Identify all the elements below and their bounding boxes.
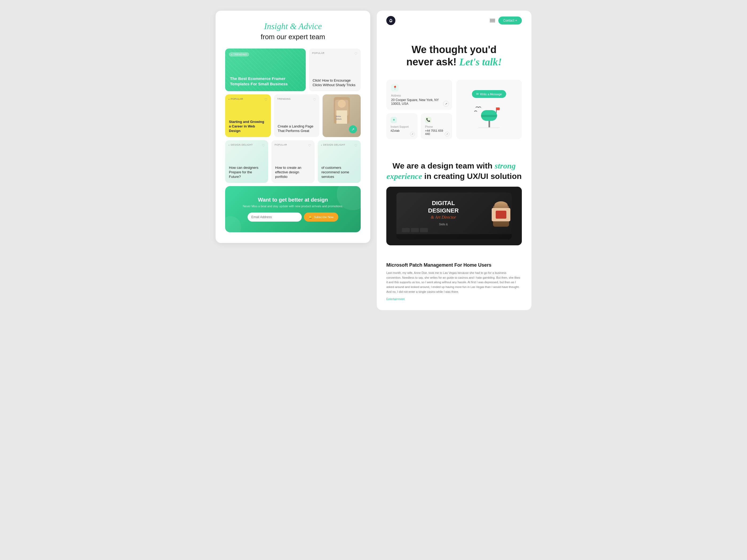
svg-text:Eilish: Eilish: [336, 118, 341, 120]
heart-icon-4[interactable]: ♡: [262, 143, 265, 148]
card-yellow-badge: POPULAR: [228, 98, 243, 100]
stat-bar-2: [411, 228, 419, 232]
contact-button[interactable]: Contact +: [498, 17, 522, 25]
svg-rect-9: [481, 115, 497, 117]
contact-section: 📍 Address 20 Cooper Square, New York, NY…: [377, 80, 532, 150]
card-yellow-title: Starting and Growing a Career in Web Des…: [229, 120, 267, 133]
card-top-right-title: Click! How to Encourage Clicks Without S…: [313, 78, 357, 87]
stat-bar-1: [402, 228, 410, 232]
mailbox-card: ✉ Write a Message: [457, 80, 522, 139]
stat-bar-3: [420, 228, 428, 232]
sub-title: from our expert team: [225, 33, 361, 41]
hamburger-line-1: [490, 19, 495, 20]
left-panel: Insight & Advice from our expert team TR…: [215, 11, 370, 243]
card-bottom-mid-title: How to create an effective design portfo…: [275, 166, 311, 179]
laptop-title-2: DESIGNER: [402, 208, 485, 214]
svg-point-6: [390, 20, 392, 21]
address-value: 20 Cooper Square, New York, NY 10003, US…: [391, 98, 447, 106]
subscribe-button[interactable]: 🔔 Subscribe Now: [304, 213, 338, 221]
logo-mark: [386, 16, 395, 25]
card-bottom-right-badge: DESIGN DELIGHT: [321, 143, 345, 146]
card-bottom-right-title: of customers recommend some services: [321, 166, 357, 179]
stats-area: [402, 228, 485, 232]
expand-btn-3[interactable]: ↗: [445, 132, 449, 136]
contact-info: 📍 Address 20 Cooper Square, New York, NY…: [386, 80, 452, 139]
row-3: DESIGN DELIGHT ♡ How can designers Prepa…: [225, 140, 361, 183]
hero-italic: Let's talk!: [459, 56, 502, 68]
cards-section: TRENDING The Best Ecommerce Framer Templ…: [225, 49, 361, 183]
dt-line1: We are a design team with: [392, 161, 492, 170]
row-2: POPULAR ♡ Starting and Growing a Career …: [225, 95, 361, 137]
laptop-screen-left: DIGITAL DESIGNER & Art Director Skills &: [396, 195, 490, 238]
expand-btn-1[interactable]: ↗: [443, 101, 449, 107]
heart-icon-5[interactable]: ♡: [308, 143, 311, 148]
card-bottom-left-badge: DESIGN DELIGHT: [228, 143, 253, 146]
write-message-btn[interactable]: ✉ Write a Message: [472, 90, 506, 98]
hamburger-line-3: [490, 22, 495, 22]
keyboard-area: [396, 234, 512, 239]
subscribe-label: Subscribe Now: [314, 215, 334, 219]
hero-line2: never ask!: [406, 56, 457, 68]
laptop-screen-right: [490, 205, 512, 227]
phone-value: +44 7551 659 440: [425, 129, 448, 135]
card-featured-badge: TRENDING: [229, 52, 249, 56]
dt-italic2: experience: [387, 172, 422, 181]
hamburger-line-2: [490, 20, 495, 21]
mailbox-illustration: [473, 102, 505, 129]
heart-icon-2[interactable]: ♡: [264, 98, 267, 102]
cta-heading: Want to get better at design: [235, 197, 351, 203]
card-bottom-mid-badge: POPULAR: [275, 143, 287, 146]
card-yellow[interactable]: POPULAR ♡ Starting and Growing a Career …: [225, 95, 271, 137]
laptop-sub: Skills &: [402, 223, 485, 226]
phone-card: 📞 Phone +44 7551 659 440 ↗: [421, 113, 452, 139]
support-value: #Zolab: [391, 129, 413, 132]
phone-icon: 📞: [425, 117, 431, 123]
laptop-screen: DIGITAL DESIGNER & Art Director Skills &: [396, 192, 512, 239]
cta-form: 🔔 Subscribe Now: [248, 213, 338, 221]
support-icon: ✦: [391, 117, 397, 123]
laptop-image: DIGITAL DESIGNER & Art Director Skills &: [386, 187, 522, 245]
address-label: Address: [391, 94, 447, 97]
blog-tag: Entertainment: [386, 297, 522, 300]
shirt: [496, 211, 506, 219]
card-featured[interactable]: TRENDING The Best Ecommerce Framer Templ…: [225, 49, 306, 91]
svg-text:Billie: Billie: [336, 115, 341, 117]
design-team-heading: We are a design team with strong experie…: [386, 161, 522, 181]
card-trending-badge: TRENDING: [277, 98, 291, 100]
blog-post-title: Microsoft Patch Management For Home User…: [386, 262, 522, 268]
row-1: TRENDING The Best Ecommerce Framer Templ…: [225, 49, 361, 91]
location-icon: 📍: [391, 84, 398, 91]
phone-label: Phone: [425, 125, 448, 128]
design-team-section: We are a design team with strong experie…: [377, 150, 532, 262]
support-label: Instant Support: [391, 125, 413, 128]
card-bottom-left-title: How can designers Prepare for the Future…: [229, 166, 264, 179]
card-bottom-right[interactable]: DESIGN DELIGHT ♡ of customers recommend …: [318, 140, 361, 183]
heart-icon-6[interactable]: ♡: [354, 143, 358, 148]
card-featured-title: The Best Ecommerce Framer Templates For …: [230, 76, 301, 86]
nav-right: Contact +: [490, 17, 522, 25]
card-bottom-left[interactable]: DESIGN DELIGHT ♡ How can designers Prepa…: [225, 140, 268, 183]
blog-section: Microsoft Patch Management For Home User…: [377, 262, 532, 310]
script-title: Insight & Advice: [225, 21, 361, 31]
support-card: ✦ Instant Support #Zolab ↗: [386, 113, 417, 139]
arrow-btn[interactable]: ↗: [349, 125, 357, 133]
dt-italic1: strong: [495, 161, 515, 170]
expand-btn-2[interactable]: ↗: [410, 132, 415, 136]
cta-banner: Want to get better at design Never Miss …: [225, 186, 361, 232]
hero-line1: We thought you'd: [412, 44, 497, 55]
hamburger-menu[interactable]: [490, 19, 495, 22]
dt-line2: in creating UX/UI solution: [424, 172, 521, 181]
email-input[interactable]: [248, 213, 302, 221]
heart-icon-3[interactable]: ♡: [313, 98, 316, 102]
card-top-right-badge: POPULAR: [312, 52, 325, 54]
cta-subtext: Never Miss a beat and stay update with n…: [235, 205, 351, 208]
card-top-right[interactable]: POPULAR ♡ Click! How to Encourage Clicks…: [309, 49, 361, 91]
top-nav: Contact +: [377, 11, 532, 30]
card-trending-gray[interactable]: TRENDING ♡ Create a Landing Page That Pe…: [274, 95, 319, 137]
person-avatar: [493, 205, 509, 227]
contact-sub-grid: ✦ Instant Support #Zolab ↗ 📞 Phone +44 7…: [386, 113, 452, 139]
card-bottom-mid[interactable]: POPULAR ♡ How to create an effective des…: [271, 140, 314, 183]
bell-icon: 🔔: [309, 215, 312, 219]
heart-icon[interactable]: ♡: [354, 52, 358, 56]
card-image[interactable]: Billie Eilish ↗: [323, 95, 361, 137]
